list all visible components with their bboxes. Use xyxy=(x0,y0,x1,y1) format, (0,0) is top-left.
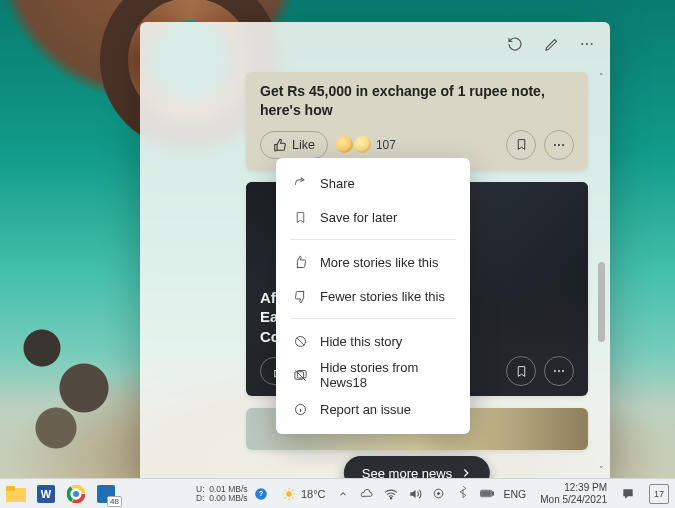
chrome-icon xyxy=(67,485,85,503)
menu-label: Report an issue xyxy=(320,402,411,417)
scrollbar[interactable]: ˄ ˅ xyxy=(596,72,607,476)
tray-chevron-up-icon[interactable] xyxy=(336,487,350,501)
hide-source-icon xyxy=(292,367,308,383)
sun-icon xyxy=(281,486,297,502)
menu-item-hide-story[interactable]: Hide this story xyxy=(276,324,470,358)
menu-item-fewer-like-this[interactable]: Fewer stories like this xyxy=(276,279,470,313)
taskbar-pinned-apps: W 48 xyxy=(0,481,120,507)
taskbar-clock[interactable]: 12:39 PM Mon 5/24/2021 xyxy=(540,482,607,505)
reaction-count: 107 xyxy=(376,138,396,152)
volume-tray-icon[interactable] xyxy=(408,487,422,501)
save-bookmark-button[interactable] xyxy=(506,130,536,160)
like-button[interactable]: Like xyxy=(260,131,328,159)
menu-label: Hide stories from News18 xyxy=(320,360,454,390)
scroll-down-arrow[interactable]: ˅ xyxy=(596,465,607,476)
battery-tray-icon[interactable] xyxy=(480,487,494,501)
panel-header xyxy=(140,22,610,66)
svg-point-4 xyxy=(558,144,560,146)
bluetooth-tray-icon[interactable] xyxy=(456,487,470,501)
card-more-button[interactable] xyxy=(544,130,574,160)
svg-point-28 xyxy=(437,492,439,494)
save-bookmark-button[interactable] xyxy=(506,356,536,386)
menu-label: Fewer stories like this xyxy=(320,289,445,304)
network-speed-widget[interactable]: U: 0.01 MB/s D: 0.00 MB/s xyxy=(196,485,248,502)
edit-button[interactable] xyxy=(534,27,568,61)
thumbs-down-icon xyxy=(292,288,308,304)
svg-point-7 xyxy=(558,370,560,372)
menu-item-report[interactable]: Report an issue xyxy=(276,392,470,426)
reaction-emoji-icon xyxy=(354,136,371,153)
reaction-emoji-icon xyxy=(336,136,353,153)
scroll-up-arrow[interactable]: ˄ xyxy=(596,72,607,83)
menu-item-share[interactable]: Share xyxy=(276,166,470,200)
taskbar-app-file-explorer[interactable] xyxy=(2,481,30,507)
svg-point-0 xyxy=(581,43,583,45)
menu-separator xyxy=(290,318,456,319)
info-icon xyxy=(292,401,308,417)
more-horizontal-icon xyxy=(552,138,566,152)
svg-text:?: ? xyxy=(258,489,263,498)
word-icon: W xyxy=(37,485,55,503)
menu-item-more-like-this[interactable]: More stories like this xyxy=(276,245,470,279)
svg-point-1 xyxy=(586,43,588,45)
svg-point-5 xyxy=(562,144,564,146)
refresh-icon xyxy=(507,36,523,52)
location-tray-icon[interactable] xyxy=(432,487,446,501)
taskbar-app-badge: 48 xyxy=(107,496,122,507)
wifi-tray-icon[interactable] xyxy=(384,487,398,501)
bookmark-icon xyxy=(515,138,528,151)
thumbs-up-icon xyxy=(273,138,287,152)
card-headline: Get Rs 45,000 in exchange of 1 rupee not… xyxy=(260,82,574,120)
card-more-button[interactable] xyxy=(544,356,574,386)
svg-point-25 xyxy=(286,491,291,496)
bookmark-icon xyxy=(515,365,528,378)
svg-point-2 xyxy=(591,43,593,45)
windows-taskbar: W 48 U: 0.01 MB/s D: 0.00 MB/s ? 18°C EN… xyxy=(0,478,675,508)
card-action-bar: Like 107 xyxy=(260,130,574,160)
menu-item-hide-source[interactable]: Hide stories from News18 xyxy=(276,358,470,392)
calendar-tray-icon[interactable]: 17 xyxy=(649,484,669,504)
svg-rect-30 xyxy=(492,492,493,495)
svg-point-6 xyxy=(554,370,556,372)
clock-time: 12:39 PM xyxy=(564,482,607,494)
clock-date: Mon 5/24/2021 xyxy=(540,494,607,506)
help-tray-icon[interactable]: ? xyxy=(254,487,268,501)
menu-separator xyxy=(290,239,456,240)
svg-rect-31 xyxy=(481,491,490,495)
weather-widget[interactable]: 18°C xyxy=(281,486,326,502)
bookmark-icon xyxy=(292,209,308,225)
hide-icon xyxy=(292,333,308,349)
svg-text:W: W xyxy=(41,488,52,500)
svg-rect-14 xyxy=(6,486,15,491)
svg-point-8 xyxy=(562,370,564,372)
onedrive-tray-icon[interactable] xyxy=(360,487,374,501)
menu-item-save[interactable]: Save for later xyxy=(276,200,470,234)
menu-label: Save for later xyxy=(320,210,397,225)
system-tray: ENG 12:39 PM Mon 5/24/2021 17 xyxy=(336,482,675,505)
reaction-cluster[interactable]: 107 xyxy=(336,136,396,153)
svg-point-26 xyxy=(390,497,392,499)
menu-label: Share xyxy=(320,176,355,191)
pencil-icon xyxy=(544,37,559,52)
svg-point-21 xyxy=(73,491,79,497)
panel-more-button[interactable] xyxy=(570,27,604,61)
taskbar-app-word[interactable]: W xyxy=(32,481,60,507)
card-context-menu: Share Save for later More stories like t… xyxy=(276,158,470,434)
taskbar-app-chrome[interactable] xyxy=(62,481,90,507)
news-card-1[interactable]: Get Rs 45,000 in exchange of 1 rupee not… xyxy=(246,72,588,170)
menu-label: More stories like this xyxy=(320,255,438,270)
action-center-icon[interactable] xyxy=(621,487,635,501)
refresh-button[interactable] xyxy=(498,27,532,61)
menu-label: Hide this story xyxy=(320,334,402,349)
share-icon xyxy=(292,175,308,191)
weather-temp: 18°C xyxy=(301,488,326,500)
scroll-thumb[interactable] xyxy=(598,262,605,342)
folder-icon xyxy=(6,486,26,502)
thumbs-up-icon xyxy=(292,254,308,270)
language-indicator[interactable]: ENG xyxy=(504,488,527,500)
more-horizontal-icon xyxy=(552,364,566,378)
wallpaper-rocks xyxy=(0,268,140,468)
svg-point-3 xyxy=(554,144,556,146)
taskbar-app-traffic[interactable]: 48 xyxy=(92,481,120,507)
like-label: Like xyxy=(292,138,315,152)
